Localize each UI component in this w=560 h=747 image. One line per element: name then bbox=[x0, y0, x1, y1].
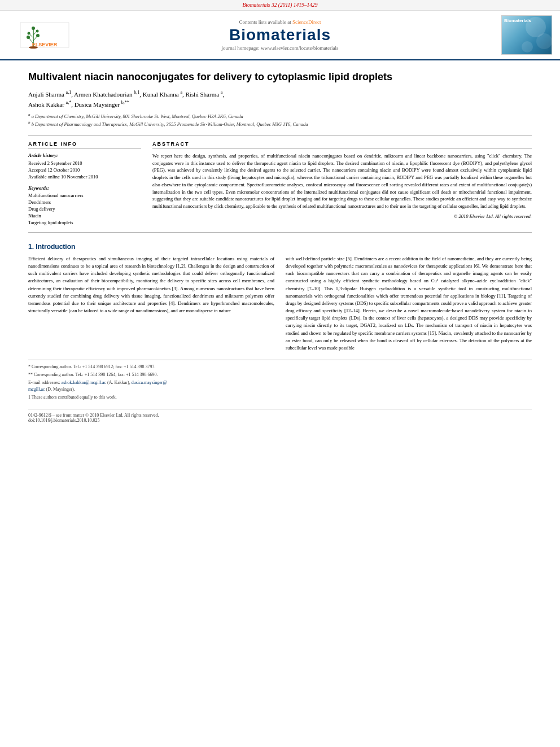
svg-point-15 bbox=[522, 41, 533, 53]
svg-text:ELSEVIER: ELSEVIER bbox=[32, 42, 58, 47]
logo-decoration bbox=[502, 16, 552, 55]
citation-text: Biomaterials 32 (2011) 1419–1429 bbox=[242, 2, 317, 8]
sciencedirect-link[interactable]: ScienceDirect bbox=[292, 19, 321, 25]
top-citation-bar: Biomaterials 32 (2011) 1419–1429 bbox=[0, 0, 560, 11]
abstract-heading: ABSTRACT bbox=[152, 141, 532, 149]
abstract-column: ABSTRACT We report here the design, synt… bbox=[152, 141, 532, 226]
header-divider bbox=[28, 135, 532, 136]
svg-point-9 bbox=[36, 30, 39, 33]
keyword-3: Drug delivery bbox=[28, 206, 141, 212]
svg-point-7 bbox=[36, 34, 40, 37]
authors-line: Anjali Sharma a,1, Armen Khatchadourian … bbox=[28, 89, 532, 108]
elsevier-logo: ELSEVIER bbox=[19, 21, 70, 49]
article-history-label: Article history: bbox=[28, 152, 141, 158]
footnote-2: ** Corresponding author. Tel.: +1 514 39… bbox=[28, 372, 532, 378]
abstract-copyright: © 2010 Elsevier Ltd. All rights reserved… bbox=[152, 213, 532, 219]
contents-line: Contents lists available at ScienceDirec… bbox=[81, 19, 479, 25]
biomaterials-logo: Biomaterials bbox=[501, 15, 552, 55]
keyword-2: Dendrimers bbox=[28, 199, 141, 205]
keywords-label: Keywords: bbox=[28, 185, 141, 191]
footnote-1: * Corresponding author. Tel.: +1 514 398… bbox=[28, 364, 532, 370]
affiliation-b: b b Department of Pharmacology and Thera… bbox=[28, 120, 532, 128]
received-date: Received 2 September 2010 bbox=[28, 160, 141, 166]
journal-title: Biomaterials bbox=[81, 26, 479, 44]
article-info-column: ARTICLE INFO Article history: Received 2… bbox=[28, 141, 141, 226]
svg-point-6 bbox=[27, 36, 30, 39]
keyword-5: Targeting lipid droplets bbox=[28, 220, 141, 225]
journal-homepage: journal homepage: www.elsevier.com/locat… bbox=[81, 45, 479, 51]
section-divider bbox=[28, 232, 532, 233]
keyword-4: Niacin bbox=[28, 213, 141, 219]
journal-header-center: Contents lists available at ScienceDirec… bbox=[81, 19, 479, 51]
accepted-date: Accepted 12 October 2010 bbox=[28, 167, 141, 173]
svg-point-14 bbox=[536, 33, 552, 49]
footnote-email: E-mail addresses: ashok.kakkar@mcgill.ac… bbox=[28, 379, 532, 393]
bottom-bar: 0142-9612/$ – see front matter © 2010 El… bbox=[28, 409, 532, 423]
article-info-abstract-section: ARTICLE INFO Article history: Received 2… bbox=[28, 141, 532, 226]
introduction-title: 1. Introduction bbox=[28, 243, 532, 251]
svg-point-8 bbox=[28, 32, 30, 35]
keyword-1: Multifunctional nanocarriers bbox=[28, 193, 141, 198]
abstract-text: We report here the design, synthesis, an… bbox=[152, 152, 532, 210]
article-title: Multivalent niacin nanoconjugates for de… bbox=[28, 71, 532, 84]
article-info-heading: ARTICLE INFO bbox=[28, 141, 141, 149]
footnotes-section: * Corresponding author. Tel.: +1 514 398… bbox=[28, 360, 532, 401]
available-date: Available online 10 November 2010 bbox=[28, 174, 141, 180]
intro-col-right: with well-defined particle size [5]. Den… bbox=[286, 255, 532, 352]
journal-header-right: Biomaterials bbox=[479, 15, 552, 55]
page: Biomaterials 32 (2011) 1419–1429 bbox=[0, 0, 560, 433]
affiliations: a a Department of Chemistry, McGill Univ… bbox=[28, 112, 532, 128]
introduction-body: Efficient delivery of therapeutics and s… bbox=[28, 255, 532, 352]
svg-point-10 bbox=[32, 27, 35, 30]
journal-header: ELSEVIER Contents lists available at Sci… bbox=[0, 11, 560, 60]
bottom-copyright: 0142-9612/$ – see front matter © 2010 El… bbox=[28, 413, 159, 423]
affiliation-a: a a Department of Chemistry, McGill Univ… bbox=[28, 112, 532, 120]
intro-col-left: Efficient delivery of therapeutics and s… bbox=[28, 255, 274, 352]
journal-header-left: ELSEVIER bbox=[8, 21, 81, 49]
main-content: Multivalent niacin nanoconjugates for de… bbox=[0, 60, 560, 433]
footnote-4: 1 These authors contributed equally to t… bbox=[28, 394, 532, 401]
